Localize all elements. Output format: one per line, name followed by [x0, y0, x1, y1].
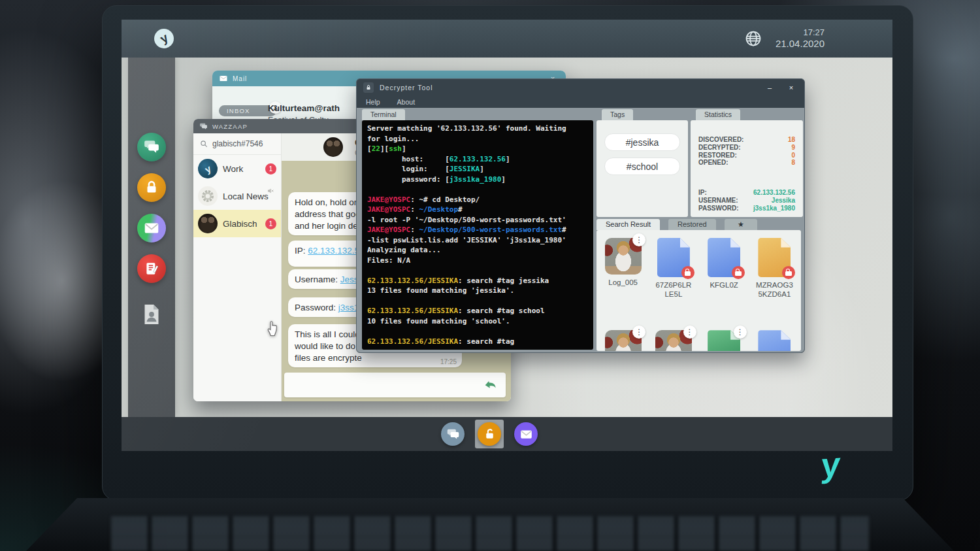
decrypter-menubar: Help About — [357, 96, 804, 108]
file-menu-button[interactable]: ⋮ — [632, 233, 645, 246]
taskbar-item-decrypter[interactable] — [475, 420, 504, 448]
taskbar-icon-circle — [514, 422, 538, 446]
terminal-output[interactable]: Server matching '62.133.132.56' found. W… — [362, 120, 593, 350]
clock-time: 17:27 — [776, 27, 825, 38]
file-icon-wrap — [657, 238, 690, 277]
dock-item-wazzaap[interactable] — [137, 133, 166, 161]
terminal-line: Analyzing data... — [367, 245, 588, 256]
envelope-icon — [219, 74, 228, 83]
chat-search-input[interactable]: glabisch#7546 — [193, 133, 281, 155]
file-label: Log_005 — [608, 278, 638, 288]
screen: y 17:27 21.04.2020 Mail – × INBOX 3 — [122, 20, 892, 451]
chat-bubbles-icon — [199, 122, 208, 131]
padlock-icon — [143, 179, 160, 196]
file-item[interactable]: ⋮ — [598, 330, 648, 351]
tab-favorites[interactable]: ★ — [725, 219, 757, 230]
menu-help[interactable]: Help — [366, 98, 380, 106]
stat-row: RESTORED:0 — [691, 152, 803, 159]
file-item[interactable]: 67Z6P6LR LE5L — [648, 238, 698, 299]
ip-link[interactable]: 62.133.132.5 — [308, 246, 359, 256]
tags-panel: #jessika#school — [596, 120, 688, 217]
y-logo: y — [157, 31, 171, 46]
dock — [128, 58, 175, 417]
tag-pill[interactable]: #school — [604, 158, 680, 175]
file-item[interactable]: ⋮ — [648, 330, 698, 351]
folded-corner — [781, 238, 791, 248]
file-menu-button[interactable]: ⋮ — [734, 326, 747, 339]
chat-list-item-work[interactable]: yWork1 — [193, 155, 281, 182]
avatar-dog — [198, 214, 218, 233]
file-menu-button[interactable]: ⋮ — [632, 326, 645, 339]
chat-name: Glabisch — [223, 219, 257, 229]
padlock-open-icon — [483, 427, 497, 441]
dock-item-decrypter[interactable] — [137, 173, 166, 202]
laptop-base — [26, 498, 954, 551]
search-value: glabisch#7546 — [212, 139, 263, 148]
message-text: files are encrypte — [295, 352, 455, 364]
terminal-line: 62.133.132.56/JESSIKA: search #tag — [367, 337, 588, 347]
os-menu-button[interactable]: y — [154, 29, 174, 48]
unread-badge: 1 — [265, 163, 276, 175]
search-icon — [199, 139, 208, 148]
taskbar-item-wazzaap[interactable] — [438, 420, 467, 448]
tab-terminal[interactable]: Terminal — [362, 109, 405, 120]
chat-bubbles-icon — [143, 139, 160, 156]
minimize-button[interactable]: – — [763, 84, 776, 92]
menu-about[interactable]: About — [397, 98, 415, 106]
padlock-icon — [365, 84, 372, 91]
file-label: 67Z6P6LR LE5L — [653, 281, 694, 299]
tab-restored[interactable]: Restored — [668, 219, 716, 230]
stat-value: 0 — [791, 152, 795, 159]
terminal-line — [367, 296, 588, 307]
taskbar-item-mail[interactable] — [512, 420, 540, 448]
file-item[interactable]: ⋮ — [699, 330, 749, 351]
email-sender[interactable]: Kulturteam@rath — [268, 103, 340, 113]
reply-icon[interactable] — [483, 377, 499, 393]
system-topbar: y 17:27 21.04.2020 — [122, 20, 892, 58]
tab-tags[interactable]: Tags — [602, 109, 633, 120]
chat-bubbles-icon — [446, 427, 460, 441]
file-menu-button[interactable]: ⋮ — [683, 326, 696, 339]
file-item[interactable]: MZRAOG3 5KZD6A1 — [749, 238, 800, 299]
dock-item-notes[interactable] — [137, 254, 166, 283]
stat-value: 9 — [791, 144, 795, 152]
chat-name: Local News — [223, 192, 269, 201]
stat-label: USERNAME: — [698, 197, 738, 205]
file-item[interactable]: KFGL0Z — [699, 238, 749, 299]
tab-statistics[interactable]: Statistics — [696, 109, 740, 120]
files-grid: ⋮Log_00567Z6P6LR LE5LKFGL0ZMZRAOG3 5KZD6… — [596, 230, 801, 351]
chat-list: yWork1Local NewsGlabisch1 — [193, 155, 281, 237]
tag-pill[interactable]: #jessika — [604, 133, 680, 151]
network-button[interactable] — [744, 29, 762, 48]
stat-row: OPENED:8 — [691, 159, 803, 167]
window-title: Decrypter Tool — [380, 84, 755, 92]
tab-search-result[interactable]: Search Result — [596, 219, 660, 230]
file-icon — [758, 330, 791, 351]
file-label: KFGL0Z — [710, 281, 738, 290]
message-input[interactable] — [284, 373, 506, 397]
terminal-line: Server matching '62.133.132.56' found. W… — [367, 124, 588, 134]
terminal-line: 62.133.132.56/JESSIKA: search #tag schoo… — [367, 306, 588, 316]
terminal-line: login: [JESSIKA] — [367, 164, 588, 175]
file-item[interactable]: ⋮Log_005 — [598, 238, 648, 299]
terminal-line: 10 files found matching 'school'. — [367, 316, 588, 327]
decrypter-titlebar[interactable]: Decrypter Tool – × — [357, 79, 804, 96]
stat-row: USERNAME:Jessika — [691, 197, 803, 205]
envelope-icon — [143, 220, 160, 237]
chat-list-item-glabisch[interactable]: Glabisch1 — [193, 210, 281, 237]
dock-item-profile[interactable] — [137, 300, 166, 329]
clock-date: 21.04.2020 — [776, 38, 825, 50]
file-item[interactable] — [749, 330, 800, 351]
globe-icon — [744, 29, 762, 48]
muted-icon — [267, 186, 274, 193]
close-button[interactable]: × — [785, 84, 798, 92]
stat-label: RESTORED: — [698, 152, 737, 159]
folded-corner — [730, 238, 740, 248]
chat-list-item-local-news[interactable]: Local News — [193, 182, 281, 210]
stat-label: DECRYPTED: — [698, 144, 741, 152]
person-doc-icon — [140, 303, 163, 326]
dock-item-mail[interactable] — [137, 214, 166, 242]
taskbar-icon-circle — [478, 422, 501, 446]
terminal-line — [367, 184, 588, 195]
folded-corner — [680, 238, 690, 248]
